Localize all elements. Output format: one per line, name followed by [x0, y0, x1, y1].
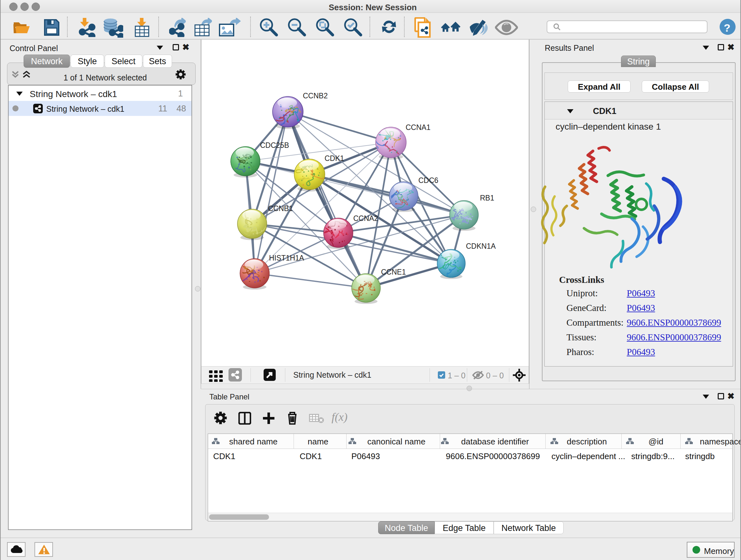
svg-text:RB1: RB1 [480, 194, 494, 202]
svg-text:CDKN1A: CDKN1A [466, 242, 496, 250]
svg-text:CCNA2: CCNA2 [353, 214, 378, 223]
svg-text:CCNB1: CCNB1 [268, 204, 293, 212]
svg-text:CDK1: CDK1 [325, 154, 344, 163]
svg-text:CDC6: CDC6 [418, 176, 439, 185]
svg-text:CCNE1: CCNE1 [381, 268, 406, 276]
svg-text:CCNA1: CCNA1 [406, 123, 430, 132]
svg-text:CDC25B: CDC25B [260, 141, 289, 149]
svg-text:CCNB2: CCNB2 [303, 91, 328, 100]
svg-text:HIST1H1A: HIST1H1A [269, 254, 305, 262]
